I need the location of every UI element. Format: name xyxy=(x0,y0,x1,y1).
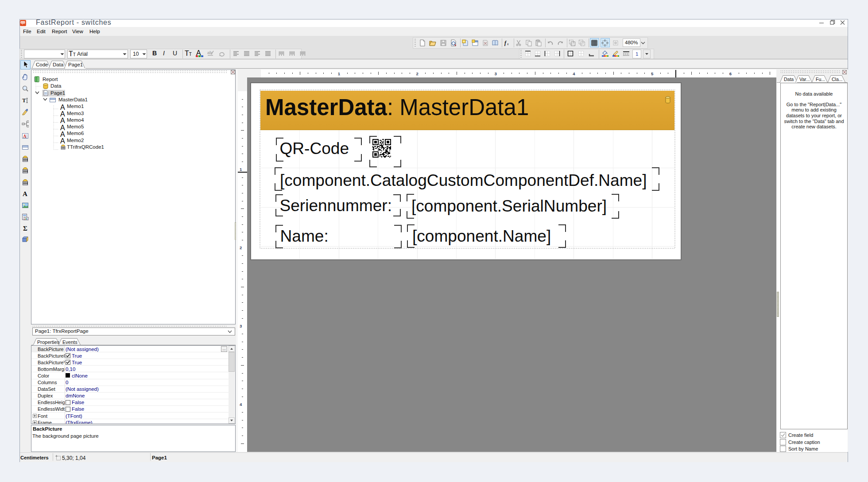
svg-text:A: A xyxy=(23,134,27,139)
svg-text:Σ: Σ xyxy=(23,225,27,232)
svg-text:T: T xyxy=(22,97,26,104)
svg-text:f: f xyxy=(504,40,507,46)
svg-text:x: x xyxy=(507,42,509,46)
svg-text:A: A xyxy=(23,190,27,197)
